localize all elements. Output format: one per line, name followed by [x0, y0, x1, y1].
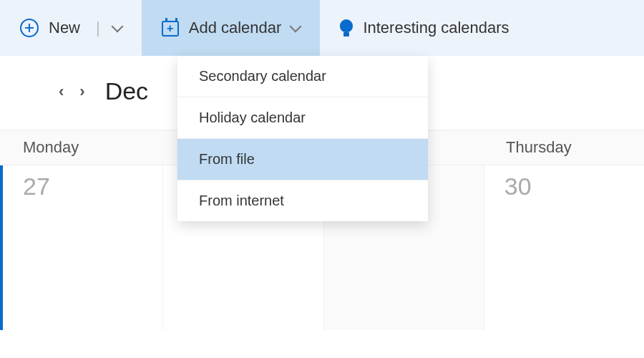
new-label: New — [49, 19, 80, 37]
date-cell[interactable]: 27 — [3, 165, 163, 330]
date-cell[interactable]: 30 — [484, 165, 644, 330]
next-month-button[interactable]: › — [79, 82, 84, 101]
day-header: Monday — [0, 130, 161, 165]
dropdown-item-from-file[interactable]: From file — [177, 139, 428, 180]
calendar-plus-icon — [162, 21, 179, 37]
dropdown-item-holiday-calendar[interactable]: Holiday calendar — [177, 97, 428, 139]
dropdown-item-from-internet[interactable]: From internet — [177, 180, 428, 221]
toolbar: New | Add calendar Interesting calendars… — [0, 0, 644, 56]
add-calendar-button[interactable]: Add calendar — [142, 0, 321, 56]
lightbulb-icon — [340, 19, 353, 37]
add-calendar-dropdown: Secondary calendar Holiday calendar From… — [177, 56, 428, 221]
day-header: Thursday — [483, 130, 644, 165]
month-title: Dec — [105, 77, 148, 105]
new-button[interactable]: New | — [0, 0, 142, 56]
chevron-down-icon — [111, 21, 123, 33]
add-calendar-label: Add calendar — [189, 19, 282, 37]
prev-month-button[interactable]: ‹ — [59, 82, 64, 101]
interesting-label: Interesting calendars — [363, 19, 509, 37]
interesting-calendars-button[interactable]: Interesting calendars — [320, 0, 529, 56]
chevron-down-icon — [290, 21, 302, 33]
dropdown-item-secondary-calendar[interactable]: Secondary calendar — [177, 56, 428, 97]
plus-circle-icon — [20, 19, 39, 37]
separator: | — [96, 19, 100, 37]
